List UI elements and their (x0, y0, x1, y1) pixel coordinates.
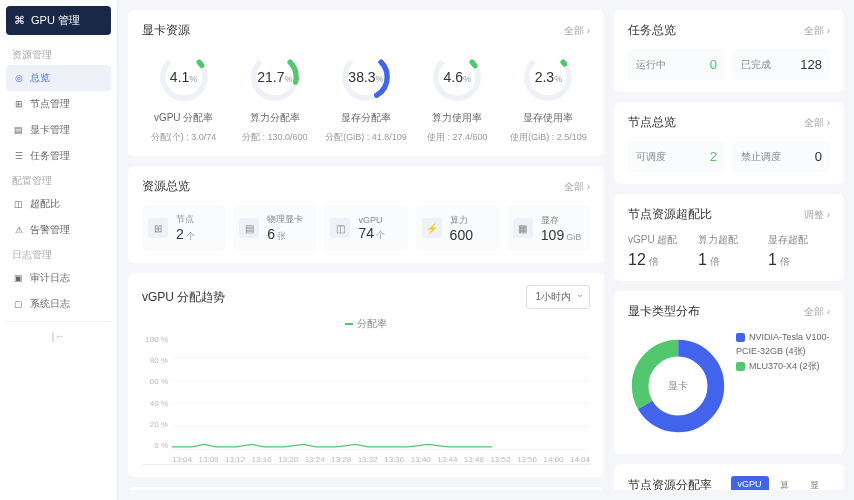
stat-icon: ◫ (330, 218, 350, 238)
nav-group-label: 日志管理 (6, 243, 111, 265)
running-tasks: 运行中0 (628, 49, 725, 80)
task-icon: ☰ (13, 151, 24, 162)
nav-label: 系统日志 (30, 297, 70, 311)
truncated-card: 算力分配/使用趋势 (128, 487, 604, 490)
nav-label: 告警管理 (30, 223, 70, 237)
task-overview-card: 任务总览 全部 › 运行中0 已完成128 (614, 10, 844, 92)
gauge: 38.3%显存分配率分配(GiB) : 41.8/109 (324, 49, 407, 144)
overcommit-item: 算力超配1 倍 (698, 233, 760, 269)
sidebar-item-sys[interactable]: ▢系统日志 (6, 291, 111, 317)
done-tasks: 已完成128 (733, 49, 830, 80)
top5-card: 节点资源分配率 Top5 vGPU算力显存 (614, 464, 844, 490)
all-link[interactable]: 全部 › (564, 24, 590, 38)
gauge: 21.7%算力分配率分配 : 130.0/600 (233, 49, 316, 144)
stat-box: ◫vGPU74个 (324, 205, 407, 251)
card-title: 任务总览 (628, 22, 676, 39)
overview-icon: ◎ (13, 73, 24, 84)
stat-box: ▦显存109GiB (507, 205, 590, 251)
nav-group-label: 配置管理 (6, 169, 111, 191)
all-link[interactable]: 全部 › (804, 305, 830, 319)
sidebar-item-overc[interactable]: ◫超配比 (6, 191, 111, 217)
audit-icon: ▣ (13, 273, 24, 284)
gpu-distribution-card: 显卡类型分布 全部 › 显卡 NVIDIA-Tesla V100-PCIE-32… (614, 291, 844, 454)
brand: ⌘ GPU 管理 (6, 6, 111, 35)
all-link[interactable]: 全部 › (564, 180, 590, 194)
nav-label: 超配比 (30, 197, 60, 211)
card-title: 显卡资源 (142, 22, 190, 39)
nav-label: 任务管理 (30, 149, 70, 163)
gauge: 4.1%vGPU 分配率分配(个) : 3.0/74 (142, 49, 225, 144)
tab-算力[interactable]: 算力 (773, 476, 800, 490)
sidebar-item-task[interactable]: ☰任务管理 (6, 143, 111, 169)
line-chart: 100 %80 %60 %40 %20 %0 % 13:0413:0813:12… (142, 335, 590, 465)
overcommit-item: 显存超配1 倍 (768, 233, 830, 269)
stat-box: ⚡算力600 (416, 205, 499, 251)
sidebar-item-audit[interactable]: ▣审计日志 (6, 265, 111, 291)
resource-overview-card: 资源总览 全部 › ⊞节点2个▤物理显卡6张◫vGPU74个⚡算力600▦显存1… (128, 166, 604, 263)
nav-group-label: 资源管理 (6, 43, 111, 65)
nav-label: 节点管理 (30, 97, 70, 111)
tab-显存[interactable]: 显存 (803, 476, 830, 490)
chart-legend: 分配率 (142, 317, 590, 331)
gauge: 4.6%算力使用率使用 : 27.4/600 (416, 49, 499, 144)
legend-item: MLU370-X4 (2张) (736, 359, 830, 373)
stat-icon: ▤ (239, 218, 259, 238)
gauge: 2.3%显存使用率使用(GiB) : 2.5/109 (507, 49, 590, 144)
overc-icon: ◫ (13, 199, 24, 210)
gpu-resources-card: 显卡资源 全部 › 4.1%vGPU 分配率分配(个) : 3.0/7421.7… (128, 10, 604, 156)
brand-text: GPU 管理 (31, 13, 80, 28)
card-title: 显卡类型分布 (628, 303, 700, 320)
brand-icon: ⌘ (14, 14, 25, 27)
card-title: vGPU 分配趋势 (142, 289, 225, 306)
nav-label: 总览 (30, 71, 50, 85)
all-link[interactable]: 全部 › (804, 24, 830, 38)
card-title: 节点资源分配率 Top5 (628, 477, 731, 491)
adjust-link[interactable]: 调整 › (804, 208, 830, 222)
gpu-icon: ▤ (13, 125, 24, 136)
nav-label: 审计日志 (30, 271, 70, 285)
card-title: 节点总览 (628, 114, 676, 131)
overcommit-item: vGPU 超配12 倍 (628, 233, 690, 269)
all-link[interactable]: 全部 › (804, 116, 830, 130)
sidebar-item-alert[interactable]: ⚠告警管理 (6, 217, 111, 243)
stat-icon: ⚡ (422, 218, 442, 238)
card-title: 节点资源超配比 (628, 206, 712, 223)
sys-icon: ▢ (13, 299, 24, 310)
donut-chart: 显卡 (628, 336, 728, 436)
stat-icon: ⊞ (148, 218, 168, 238)
node-overview-card: 节点总览 全部 › 可调度2 禁止调度0 (614, 102, 844, 184)
sidebar-item-gpu[interactable]: ▤显卡管理 (6, 117, 111, 143)
sidebar-item-node[interactable]: ⊞节点管理 (6, 91, 111, 117)
tab-vGPU[interactable]: vGPU (731, 476, 769, 490)
legend-item: NVIDIA-Tesla V100-PCIE-32GB (4张) (736, 330, 830, 359)
sidebar: ⌘ GPU 管理 资源管理◎总览⊞节点管理▤显卡管理☰任务管理配置管理◫超配比⚠… (0, 0, 118, 500)
schedulable-nodes: 可调度2 (628, 141, 725, 172)
vgpu-trend-card: vGPU 分配趋势 1小时内 分配率 100 %80 %60 %40 %20 %… (128, 273, 604, 477)
overcommit-card: 节点资源超配比 调整 › vGPU 超配12 倍算力超配1 倍显存超配1 倍 (614, 194, 844, 281)
alert-icon: ⚠ (13, 225, 24, 236)
main: 显卡资源 全部 › 4.1%vGPU 分配率分配(个) : 3.0/7421.7… (118, 0, 854, 500)
card-title: 资源总览 (142, 178, 190, 195)
time-range-select[interactable]: 1小时内 (526, 285, 590, 309)
nav-label: 显卡管理 (30, 123, 70, 137)
sidebar-item-overview[interactable]: ◎总览 (6, 65, 111, 91)
unschedulable-nodes: 禁止调度0 (733, 141, 830, 172)
stat-box: ▤物理显卡6张 (233, 205, 316, 251)
collapse-sidebar[interactable]: |← (6, 321, 111, 350)
stat-box: ⊞节点2个 (142, 205, 225, 251)
node-icon: ⊞ (13, 99, 24, 110)
stat-icon: ▦ (513, 218, 533, 238)
